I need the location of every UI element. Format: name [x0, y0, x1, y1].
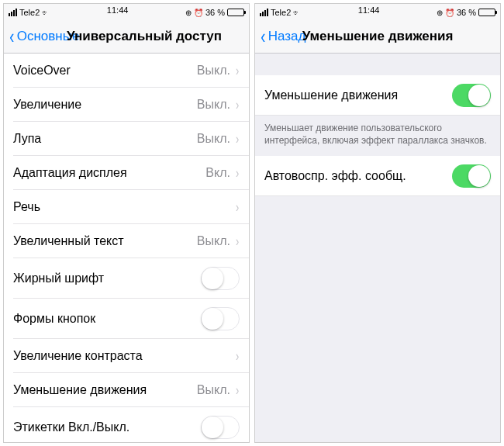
settings-row[interactable]: Формы кнопок — [4, 299, 249, 339]
row-label: Этикетки Вкл./Выкл. — [13, 420, 129, 434]
toggle-switch[interactable] — [452, 84, 491, 107]
chevron-right-icon: › — [236, 199, 239, 216]
back-button[interactable]: ‹ Назад — [260, 26, 306, 47]
phone-left: Tele2 ᯤ 11:44 ⊕ ⏰ 36 % ‹ Основные Универ… — [3, 3, 250, 443]
settings-row[interactable]: Уменьшение движения — [255, 75, 500, 116]
chevron-right-icon: › — [236, 348, 239, 365]
signal-icon — [9, 9, 17, 16]
settings-row[interactable]: Жирный шрифт — [4, 258, 249, 299]
battery-icon — [227, 9, 244, 16]
battery-pct: 36 % — [457, 8, 476, 17]
chevron-left-icon: ‹ — [261, 26, 265, 47]
wifi-icon: ᯤ — [293, 9, 301, 17]
row-label: Автовоспр. эфф. сообщ. — [264, 169, 406, 183]
row-label: Речь — [13, 200, 40, 214]
row-label: Уменьшение движения — [264, 88, 398, 102]
settings-list: Уменьшение движения Уменьшает движение п… — [255, 54, 500, 442]
row-label: Формы кнопок — [13, 312, 95, 326]
settings-row[interactable]: Речь› — [4, 190, 249, 224]
chevron-right-icon: › — [236, 165, 239, 182]
row-value: Выкл. — [197, 98, 230, 112]
battery-icon — [478, 9, 495, 16]
settings-row[interactable]: VoiceOverВыкл.› — [4, 54, 249, 88]
chevron-right-icon: › — [236, 63, 239, 79]
row-value: Выкл. — [197, 383, 230, 397]
chevron-left-icon: ‹ — [9, 26, 14, 47]
row-value: Выкл. — [197, 132, 230, 146]
toggle-switch[interactable] — [201, 416, 240, 439]
row-label: Увеличение контраста — [13, 349, 143, 363]
status-bar: Tele2 ᯤ 11:44 ⊕ ⏰ 36 % — [255, 4, 500, 19]
net-icon: ⊕ — [185, 9, 192, 17]
nav-bar: ‹ Основные Универсальный доступ — [4, 19, 249, 54]
row-value: Выкл. — [197, 234, 230, 248]
row-label: Лупа — [13, 132, 41, 146]
carrier-label: Tele2 — [271, 8, 291, 17]
row-label: Увеличенный текст — [13, 234, 124, 248]
chevron-right-icon: › — [236, 382, 239, 399]
settings-row[interactable]: ЛупаВыкл.› — [4, 122, 249, 156]
status-bar: Tele2 ᯤ 11:44 ⊕ ⏰ 36 % — [4, 4, 249, 19]
toggle-switch[interactable] — [201, 307, 240, 330]
settings-row[interactable]: УвеличениеВыкл.› — [4, 88, 249, 122]
settings-row[interactable]: Автовоспр. эфф. сообщ. — [255, 156, 500, 196]
alarm-icon: ⏰ — [445, 9, 454, 17]
row-value: Выкл. — [197, 64, 230, 78]
row-label: Уменьшение движения — [13, 383, 147, 397]
back-label: Назад — [268, 29, 306, 44]
section-footer: Уменьшает движение пользовательского инт… — [255, 116, 500, 156]
wifi-icon: ᯤ — [42, 9, 50, 17]
phone-right: Tele2 ᯤ 11:44 ⊕ ⏰ 36 % ‹ Назад Уменьшени… — [254, 3, 501, 443]
alarm-icon: ⏰ — [194, 9, 203, 17]
back-button[interactable]: ‹ Основные — [9, 26, 79, 47]
chevron-right-icon: › — [236, 97, 239, 113]
status-time: 11:44 — [107, 5, 129, 19]
signal-icon — [260, 9, 268, 16]
settings-row[interactable]: Увеличенный текстВыкл.› — [4, 224, 249, 258]
row-label: VoiceOver — [13, 64, 71, 78]
settings-row[interactable]: Уменьшение движенияВыкл.› — [4, 373, 249, 407]
net-icon: ⊕ — [437, 9, 443, 17]
settings-row[interactable]: Адаптация дисплеяВкл.› — [4, 156, 249, 190]
carrier-label: Tele2 — [19, 8, 40, 17]
chevron-right-icon: › — [236, 131, 239, 147]
nav-bar: ‹ Назад Уменьшение движения — [255, 19, 500, 54]
battery-pct: 36 % — [205, 8, 225, 17]
row-label: Адаптация дисплея — [13, 166, 127, 180]
row-label: Жирный шрифт — [13, 271, 104, 285]
settings-list: VoiceOverВыкл.›УвеличениеВыкл.›ЛупаВыкл.… — [4, 54, 249, 442]
chevron-right-icon: › — [236, 233, 239, 250]
status-time: 11:44 — [358, 5, 380, 19]
back-label: Основные — [17, 29, 80, 44]
row-label: Увеличение — [13, 98, 81, 112]
settings-row[interactable]: Этикетки Вкл./Выкл. — [4, 407, 249, 442]
toggle-switch[interactable] — [201, 267, 240, 290]
toggle-switch[interactable] — [452, 164, 491, 188]
row-value: Вкл. — [205, 166, 230, 180]
settings-row[interactable]: Увеличение контраста› — [4, 339, 249, 373]
